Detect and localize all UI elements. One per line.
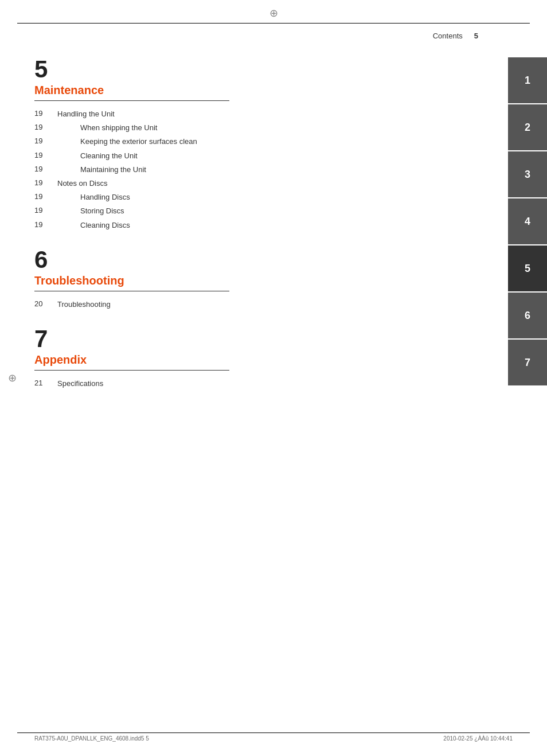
toc-page: 19 — [34, 206, 57, 215]
sidebar-tab-5[interactable]: 5 — [508, 245, 547, 291]
toc-item: Cleaning the Unit — [80, 151, 138, 161]
section-6-num: 6 — [34, 248, 482, 272]
toc-item: Maintaining the Unit — [80, 165, 146, 175]
section-6-divider — [34, 291, 229, 291]
sidebar-tab-5-label: 5 — [525, 263, 530, 275]
section-7-num: 7 — [34, 327, 482, 351]
sidebar-tab-6-label: 6 — [525, 310, 530, 322]
sidebar-tab-3-label: 3 — [525, 169, 530, 181]
sidebar-tab-3[interactable]: 3 — [508, 151, 547, 197]
sidebar-tab-7[interactable]: 7 — [508, 340, 547, 385]
toc-row: 20 Troubleshooting — [34, 299, 482, 310]
footer-right: 2010-02-25 ¿ÀÀû 10:44:41 — [443, 735, 513, 742]
reg-mark-top: ⊕ — [269, 7, 278, 20]
toc-page: 19 — [34, 137, 57, 145]
toc-page: 19 — [34, 178, 57, 187]
toc-row: 19 Cleaning the Unit — [34, 151, 482, 161]
toc-page: 19 — [34, 151, 57, 159]
toc-item: Keeping the exterior surfaces clean — [80, 137, 197, 147]
toc-page: 19 — [34, 165, 57, 173]
toc-item: Handling Discs — [80, 192, 130, 202]
toc-item: Specifications — [57, 379, 103, 389]
sidebar-tab-1[interactable]: 1 — [508, 57, 547, 103]
toc-page: 19 — [34, 123, 57, 131]
section-5-divider — [34, 100, 229, 101]
footer-left: RAT375-A0U_DPANLLK_ENG_4608.indd5 5 — [34, 735, 149, 742]
bottom-border — [17, 732, 530, 733]
header-page: 5 — [474, 32, 478, 40]
section-5-num: 5 — [34, 57, 482, 81]
sidebar: 1 2 3 4 5 6 7 — [508, 57, 547, 387]
toc-row: 19 Cleaning Discs — [34, 220, 482, 231]
sidebar-tab-2-label: 2 — [525, 122, 530, 134]
toc-page: 20 — [34, 299, 57, 308]
toc-page: 19 — [34, 109, 57, 118]
toc-row: 19 Storing Discs — [34, 206, 482, 216]
toc-row: 19 Handling the Unit — [34, 109, 482, 119]
toc-item: Troubleshooting — [57, 299, 111, 310]
toc-page: 19 — [34, 220, 57, 229]
toc-item: Storing Discs — [80, 206, 124, 216]
sidebar-tab-6[interactable]: 6 — [508, 293, 547, 338]
sidebar-tab-1-label: 1 — [525, 75, 530, 87]
top-border — [17, 23, 530, 24]
section-5: 5 Maintenance 19 Handling the Unit 19 Wh… — [34, 57, 482, 231]
footer: RAT375-A0U_DPANLLK_ENG_4608.indd5 5 2010… — [34, 735, 513, 742]
toc-row: 21 Specifications — [34, 379, 482, 389]
toc-page: 21 — [34, 379, 57, 387]
toc-row: 19 When shipping the Unit — [34, 123, 482, 133]
section-5-title: Maintenance — [34, 84, 482, 97]
toc-item: Cleaning Discs — [80, 220, 130, 231]
toc-row: 19 Handling Discs — [34, 192, 482, 202]
toc-row: 19 Maintaining the Unit — [34, 165, 482, 175]
page-header: Contents 5 — [433, 32, 478, 40]
toc-item: When shipping the Unit — [80, 123, 157, 133]
sidebar-tab-7-label: 7 — [525, 357, 530, 369]
sidebar-tab-2[interactable]: 2 — [508, 104, 547, 150]
section-6: 6 Troubleshooting 20 Troubleshooting — [34, 248, 482, 310]
toc-row: 19 Keeping the exterior surfaces clean — [34, 137, 482, 147]
section-7-title: Appendix — [34, 353, 482, 367]
toc-page: 19 — [34, 192, 57, 201]
main-content: 5 Maintenance 19 Handling the Unit 19 Wh… — [34, 57, 482, 406]
sidebar-tab-4[interactable]: 4 — [508, 198, 547, 244]
toc-item: Notes on Discs — [57, 178, 107, 189]
section-7: 7 Appendix 21 Specifications — [34, 327, 482, 389]
header-title: Contents — [433, 32, 463, 40]
toc-row: 19 Notes on Discs — [34, 178, 482, 189]
toc-item: Handling the Unit — [57, 109, 115, 119]
sidebar-tab-4-label: 4 — [525, 216, 530, 228]
reg-mark-left: ⊕ — [8, 372, 17, 384]
section-7-divider — [34, 370, 229, 371]
section-6-title: Troubleshooting — [34, 274, 482, 287]
